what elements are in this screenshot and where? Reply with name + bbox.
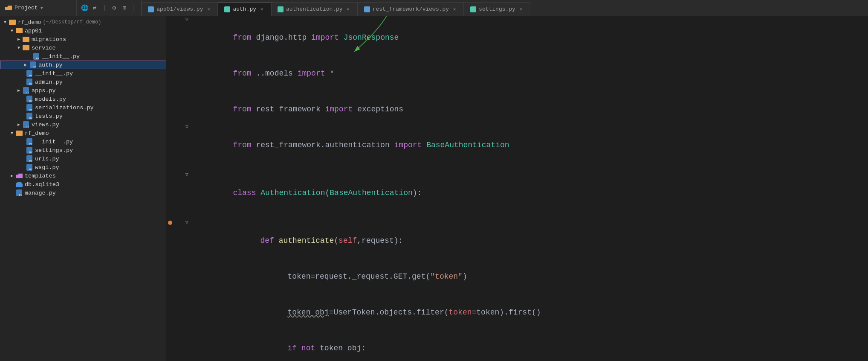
rf-init-icon [26, 138, 33, 145]
sidebar-label-urls: urls.py [35, 156, 59, 162]
sidebar-item-service[interactable]: service [0, 44, 166, 52]
tab-rf-views[interactable]: rest_framework/views.py ✕ [358, 2, 464, 16]
sidebar-item-wsgi[interactable]: wsgi.py [0, 163, 166, 172]
sidebar-label-wsgi: wsgi.py [35, 164, 59, 171]
sidebar-label-settings: settings.py [35, 147, 73, 154]
sync-icon[interactable]: ⇄ [91, 5, 98, 12]
sidebar-label-db: db.sqlite3 [25, 181, 59, 188]
root-folder-icon [9, 19, 16, 26]
split-icon[interactable]: ⊞ [121, 5, 128, 12]
sidebar-root[interactable]: rf_demo (~/Desktop/rf_demo) [0, 18, 166, 26]
sidebar-item-tests[interactable]: tests.py [0, 112, 166, 120]
tab-auth[interactable]: auth.py ✕ [218, 2, 271, 16]
close-tab-authentication[interactable]: ✕ [345, 6, 351, 12]
tab-label-views: app01/views.py [156, 6, 203, 12]
close-tab-views[interactable]: ✕ [205, 6, 211, 12]
line-content-10: token_obj=UserToken.objects.filter(token… [188, 294, 868, 330]
settings-file-icon-tree [26, 147, 33, 154]
sidebar-item-service-init[interactable]: __init__.py [0, 52, 166, 61]
code-line-11: if not token_obj: [166, 330, 868, 361]
close-tab-auth[interactable]: ✕ [259, 6, 265, 12]
sidebar-item-apps[interactable]: apps.py [0, 86, 166, 95]
chevron-templates [9, 173, 15, 178]
code-line-10: token_obj=UserToken.objects.filter(token… [166, 294, 868, 330]
sidebar: rf_demo (~/Desktop/rf_demo) app01 migrat… [0, 16, 166, 361]
chevron-views [15, 122, 22, 127]
chevron-down-icon: ▼ [41, 6, 43, 11]
sidebar-item-rf-demo[interactable]: rf_demo [0, 129, 166, 137]
gear-icon[interactable]: ⚙ [111, 5, 118, 12]
toolbar-icons: 🌐 ⇄ | ⚙ ⊞ | [77, 0, 142, 16]
code-line-7 [166, 211, 868, 223]
sidebar-item-views[interactable]: views.py [0, 120, 166, 129]
sidebar-item-manage[interactable]: manage.py [0, 189, 166, 197]
urls-file-icon [26, 155, 33, 162]
sidebar-label-rf-demo: rf_demo [25, 130, 49, 137]
line-content-9: token=request._request.GET.get("token") [188, 259, 868, 294]
tests-file-icon [26, 113, 33, 119]
sidebar-item-auth-py[interactable]: auth.py [0, 61, 166, 69]
line-content-1: from django.http import JsonResponse [188, 20, 868, 55]
sidebar-item-migrations[interactable]: migrations [0, 35, 166, 44]
root-label: rf_demo [18, 19, 41, 26]
auth-file-icon [29, 61, 37, 68]
sidebar-item-app01-init[interactable]: __init__.py [0, 69, 166, 78]
sidebar-item-urls[interactable]: urls.py [0, 154, 166, 163]
sidebar-item-admin[interactable]: admin.py [0, 78, 166, 86]
code-line-5 [166, 163, 868, 175]
fold-indicator-1: ▽ [185, 16, 188, 26]
close-tab-settings[interactable]: ✕ [518, 6, 524, 12]
py-file-icon [32, 53, 40, 60]
title-bar: Project ▼ 🌐 ⇄ | ⚙ ⊞ | app01/views.py ✕ a… [0, 0, 868, 16]
sidebar-label-auth-py: auth.py [38, 62, 63, 68]
sidebar-label-serializations: serializations.py [35, 105, 94, 111]
line-content-4: from rest_framework.authentication impor… [188, 127, 868, 163]
chevron-apps [15, 88, 22, 93]
project-label: Project [14, 5, 38, 11]
globe-icon[interactable]: 🌐 [81, 5, 88, 12]
sidebar-item-serializations[interactable]: serializations.py [0, 103, 166, 112]
code-line-1: ▽ from django.http import JsonResponse [166, 20, 868, 55]
code-line-9: token=request._request.GET.get("token") [166, 259, 868, 294]
sidebar-label-tests: tests.py [35, 113, 63, 119]
tab-label-rf-views: rest_framework/views.py [373, 6, 449, 12]
file-icon-auth [224, 6, 230, 12]
project-dropdown[interactable]: Project ▼ [0, 0, 77, 16]
sidebar-label-apps: apps.py [32, 87, 56, 94]
chevron-migrations [15, 37, 22, 42]
tab-authentication[interactable]: authentication.py ✕ [271, 2, 358, 16]
sidebar-item-models[interactable]: models.py [0, 95, 166, 103]
line-content-3: from rest_framework import exceptions [188, 91, 868, 127]
app01-folder-icon [15, 27, 23, 34]
file-icon-views [148, 6, 154, 12]
code-editor[interactable]: ▽ from django.http import JsonResponse f… [166, 16, 868, 361]
sidebar-item-app01[interactable]: app01 [0, 26, 166, 35]
line-content-8: def authenticate(self,request): [188, 223, 868, 259]
tab-label-auth: auth.py [233, 6, 256, 12]
sidebar-item-templates[interactable]: templates [0, 172, 166, 180]
chevron-service [15, 46, 22, 50]
chevron-auth [22, 62, 29, 67]
sidebar-item-rf-init[interactable]: __init__.py [0, 137, 166, 146]
line-content-11: if not token_obj: [188, 330, 868, 361]
sidebar-label-templates: templates [25, 173, 56, 179]
chevron-app01 [9, 29, 15, 33]
tabs-container: app01/views.py ✕ auth.py ✕ authenticatio… [142, 0, 530, 16]
main-content: rf_demo (~/Desktop/rf_demo) app01 migrat… [0, 16, 868, 361]
code-line-6: ▽ class Authentication(BaseAuthenticatio… [166, 175, 868, 211]
migrations-folder-icon [22, 36, 30, 43]
manage-file-icon [15, 189, 23, 196]
file-icon-settings [470, 6, 476, 12]
tab-app01-views[interactable]: app01/views.py ✕ [142, 2, 218, 16]
chevron-root [2, 20, 9, 25]
close-tab-rf-views[interactable]: ✕ [451, 6, 457, 12]
sidebar-item-settings[interactable]: settings.py [0, 146, 166, 154]
sidebar-item-db[interactable]: db.sqlite3 [0, 180, 166, 189]
code-line-2: from ..models import * [166, 55, 868, 91]
code-line-4: ▽ from rest_framework.authentication imp… [166, 127, 868, 163]
sidebar-label-admin: admin.py [35, 79, 63, 85]
admin-file-icon [26, 79, 33, 85]
sidebar-label-rf-init: __init__.py [35, 139, 73, 145]
tab-settings[interactable]: settings.py ✕ [464, 2, 530, 16]
sidebar-label-service-init: __init__.py [42, 53, 80, 60]
